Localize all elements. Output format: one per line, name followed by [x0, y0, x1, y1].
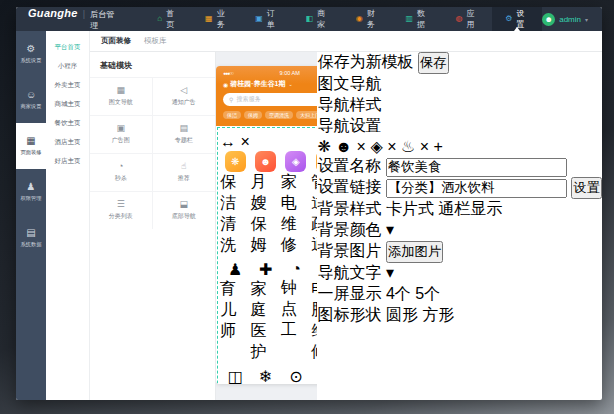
name-input[interactable] — [386, 158, 567, 177]
settings-panel: 保存为新模板 保存 图文导航 导航样式 — [317, 52, 602, 400]
nav-tile[interactable]: ♨ × — [401, 138, 434, 155]
search-placeholder: 搜索服务 — [236, 95, 260, 104]
logo-text: Guanghe — [28, 7, 78, 19]
service-item[interactable]: ♟ 育儿师 — [220, 260, 250, 363]
module-announcement[interactable]: ◁ 通知广告 — [153, 77, 216, 115]
service-item[interactable]: ◔ 钟点工 — [281, 260, 311, 363]
merchant-settings-icon: ☺ — [26, 90, 36, 100]
module-recommend[interactable]: ☝ 推荐 — [153, 153, 216, 191]
tab-page-decoration[interactable]: 页面装修 — [101, 36, 131, 46]
save-as-template-link[interactable]: 保存为新模板 — [317, 53, 413, 70]
service-item[interactable]: ▭ 大扫上门 — [311, 367, 317, 384]
hot-tags: 保洁 保姆 空调清洗 大扫上门 消毒杀菌 — [223, 111, 317, 119]
sidebar-item-page-decoration[interactable]: ▦ 页面装修 — [16, 123, 46, 169]
submenu-item-platform-home[interactable]: 平台首页 — [46, 38, 89, 57]
submenu-item-takeout-home[interactable]: 外卖主页 — [46, 76, 89, 95]
text-color-picker[interactable]: ▾ — [386, 264, 394, 281]
nav-item-merchant[interactable]: ◧ 商家 — [293, 7, 343, 31]
remove-tile-button[interactable]: × — [357, 138, 366, 155]
nav-item-home[interactable]: ⌂ 首页 — [144, 7, 192, 31]
sidebar-item-merchant-settings[interactable]: ☺ 商家设置 — [16, 77, 46, 123]
sidebar: ⚙ 系统设置 ☺ 商家设置 ▦ 页面装修 ♟ 权限管理 ▤ 系统数据 — [16, 31, 46, 400]
nav-item-orders[interactable]: ▣ 订单 — [242, 7, 292, 31]
delete-module-handle[interactable]: × — [240, 133, 249, 150]
sidebar-item-system-settings[interactable]: ⚙ 系统设置 — [16, 31, 46, 77]
service-item[interactable]: ◫ 马桶疏通 — [220, 367, 250, 384]
radio-card-style[interactable]: 卡片式 — [386, 200, 438, 217]
service-item[interactable]: ❄ 空调清洗 — [250, 367, 280, 384]
tag-pill[interactable]: 大扫上门 — [296, 111, 317, 119]
nav-tile-selected[interactable]: ❋ — [317, 138, 335, 155]
selected-grid-nav-module[interactable]: ↔ × ❋ 保洁清洗 ☻ 月嫂保姆 — [217, 127, 317, 384]
service-item[interactable]: ☻ 月嫂保姆 — [250, 151, 280, 256]
radio-shape-square[interactable]: 方形 — [422, 306, 454, 323]
submenu-item-mall-home[interactable]: 商城主页 — [46, 95, 89, 114]
chevron-down-icon: ▾ — [585, 16, 588, 23]
page-submenu: 平台首页 小程序 外卖主页 商城主页 餐饮主页 酒店主页 好店主页 — [46, 31, 90, 400]
flash-sale-timer-icon: ◔ — [118, 162, 123, 171]
nav-label: 业务 — [217, 8, 230, 30]
module-bottom-nav[interactable]: ⬓ 底部导航 — [153, 191, 216, 229]
nav-item-apps[interactable]: ◍ 应用 — [443, 7, 493, 31]
service-item[interactable]: ◈ 家电维修 — [281, 151, 311, 256]
tag-pill[interactable]: 空调清洗 — [265, 111, 293, 119]
panel-title: 图文导航 — [317, 74, 602, 95]
add-tile-button[interactable]: + — [434, 138, 443, 155]
tag-pill[interactable]: 保姆 — [244, 111, 262, 119]
service-item[interactable]: ♨ 管道疏通 — [311, 151, 317, 256]
chevron-down-icon: ▾ — [386, 221, 394, 238]
phone-preview: ●●●○○ 9:00 AM 100% ◉ 碧桂园·养生谷1期 ⌄ — [216, 66, 317, 384]
home-icon: ⌂ — [157, 15, 162, 23]
submenu-item-shop-home[interactable]: 好店主页 — [46, 152, 89, 171]
submenu-item-dining-home[interactable]: 餐饮主页 — [46, 114, 89, 133]
link-set-button[interactable]: 设置 — [571, 177, 602, 199]
service-item[interactable]: ▦ 电脑维修 — [311, 260, 317, 363]
page-layout-icon: ▦ — [26, 136, 35, 146]
nav-tile[interactable]: ☻ × — [335, 138, 370, 155]
save-button[interactable]: 保存 — [418, 52, 449, 74]
radio-fullwidth-style[interactable]: 通栏显示 — [438, 200, 502, 217]
nav-item-data[interactable]: ▥ 数据 — [392, 7, 442, 31]
radio-five-per-row[interactable]: 5个 — [415, 285, 440, 302]
nav-label: 财务 — [367, 8, 380, 30]
service-item[interactable]: ✚ 家庭医护 — [250, 260, 280, 363]
editor-workarea: 基础模块 ▦ 图文导航 ◁ 通知广告 ▣ 广告图 — [90, 52, 602, 400]
nav-tile[interactable]: ◈ × — [370, 138, 401, 155]
sidebar-item-permissions[interactable]: ♟ 权限管理 — [16, 169, 46, 215]
preview-canvas: ●●●○○ 9:00 AM 100% ◉ 碧桂园·养生谷1期 ⌄ — [216, 52, 317, 400]
link-input[interactable] — [386, 179, 567, 198]
move-resize-handle[interactable]: ↔ — [220, 133, 236, 150]
username: admin — [559, 15, 581, 24]
service-item[interactable]: ⊙ 上门洗车 — [281, 367, 311, 384]
add-image-button[interactable]: 添加图片 — [386, 241, 443, 263]
module-category-list[interactable]: ☰ 分类列表 — [90, 191, 153, 229]
module-topic-bar[interactable]: ▤ 专题栏 — [153, 115, 216, 153]
panel-body: 导航样式 — [317, 95, 602, 326]
module-ad-image[interactable]: ▣ 广告图 — [90, 115, 153, 153]
nav-item-business[interactable]: ▦ 业务 — [192, 7, 242, 31]
search-bar[interactable]: ⚲ 搜索服务 — [223, 93, 317, 106]
car-wash-icon: ⊙ — [289, 367, 302, 384]
finance-icon: ◉ — [356, 15, 363, 23]
radio-four-per-row[interactable]: 4个 — [386, 285, 415, 302]
remove-tile-button[interactable]: × — [420, 138, 429, 155]
sidebar-item-system-data[interactable]: ▤ 系统数据 — [16, 215, 46, 261]
bg-color-picker[interactable]: ▾ — [386, 221, 394, 238]
submenu-item-mini-program[interactable]: 小程序 — [46, 57, 89, 76]
nav-item-settings[interactable]: ⚙ 设置 — [492, 7, 542, 31]
nav-item-finance[interactable]: ◉ 财务 — [343, 7, 393, 31]
module-grid-nav[interactable]: ▦ 图文导航 — [90, 77, 153, 115]
remove-tile-button[interactable]: × — [387, 138, 396, 155]
settings-gear-icon: ⚙ — [505, 15, 512, 23]
editor-tabbar: 页面装修 模板库 — [90, 31, 602, 52]
hourly-worker-icon: ◔ — [291, 260, 301, 278]
module-flash-sale[interactable]: ◔ 秒杀 — [90, 153, 153, 191]
tag-pill[interactable]: 保洁 — [223, 111, 241, 119]
user-menu[interactable]: ☻ admin ▾ — [542, 13, 602, 26]
radio-shape-round[interactable]: 圆形 — [386, 306, 422, 323]
location-text[interactable]: 碧桂园·养生谷1期 — [230, 79, 285, 89]
tab-template-library[interactable]: 模板库 — [144, 36, 167, 46]
submenu-item-hotel-home[interactable]: 酒店主页 — [46, 133, 89, 152]
service-item[interactable]: ❋ 保洁清洗 — [220, 151, 250, 256]
signal-icon: ●●●○○ — [223, 70, 233, 76]
